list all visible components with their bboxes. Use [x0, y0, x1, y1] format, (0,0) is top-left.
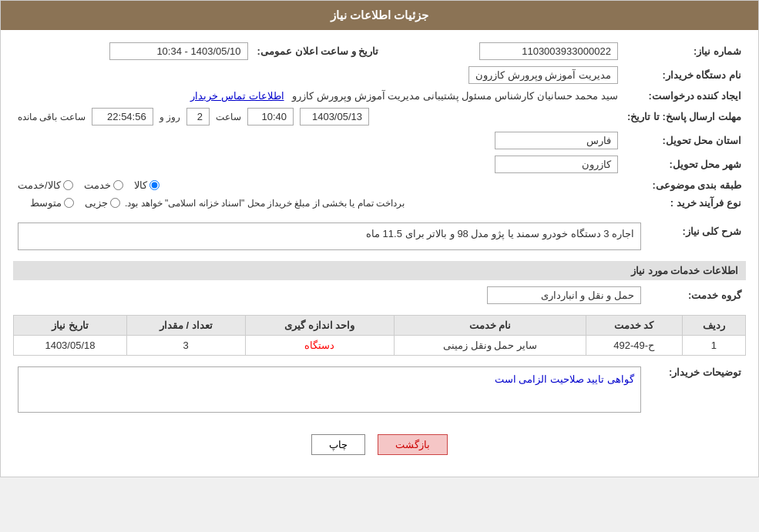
creator-value: سید محمد حسانیان کارشناس مسئول پشتیبانی … [13, 87, 623, 105]
proc-type-value: متوسط جزیی برداخت تمام یا بخشی از مبلغ خ… [13, 194, 623, 212]
deadline-label: مهلت ارسال پاسخ: تا تاریخ: [623, 105, 746, 129]
buyer-desc-label: توضیحات خریدار: [646, 362, 746, 416]
buyer-name-box: مدیریت آموزش وپرورش کازرون [468, 66, 618, 84]
proc-radio-group: متوسط جزیی [30, 197, 120, 209]
row-proc-type: نوع فرآیند خرید : متوسط جزیی [13, 194, 746, 212]
radio-kala-input[interactable] [149, 180, 160, 190]
creator-label: ایجاد کننده درخواست: [623, 87, 746, 105]
remaining-label: ساعت باقی مانده [18, 112, 86, 122]
service-group-row: گروه خدمت: حمل و نقل و انبارداری [13, 283, 746, 307]
info-table: شماره نیاز: 1103003933000022 تاریخ و ساع… [13, 39, 746, 212]
radio-khedmat-input[interactable] [113, 180, 123, 190]
radio-kala-khedmat-label: کالا/خدمت [18, 179, 61, 191]
province-value: فارس [13, 129, 623, 152]
services-title: اطلاعات خدمات مورد نیاز [13, 261, 746, 280]
services-table-head: ردیف کد خدمت نام خدمت واحد اندازه گیری ت… [14, 316, 746, 336]
need-number-box: 1103003933000022 [479, 42, 618, 60]
announce-datetime-box: 1403/05/10 - 10:34 [109, 42, 248, 60]
radio-motavasset-label: متوسط [30, 197, 62, 209]
countdown-row: ساعت باقی مانده 22:54:56 روز و 2 ساعت 10… [18, 108, 618, 125]
province-label: استان محل تحویل: [623, 129, 746, 152]
table-cell: دستگاه [245, 336, 395, 356]
buyer-desc-value: گواهی تایید صلاحیت الزامی است [13, 362, 646, 416]
col-code: کد خدمت [586, 316, 682, 336]
row-city: شهر محل تحویل: کازرون [13, 152, 746, 176]
radio-kala-khedmat[interactable]: کالا/خدمت [18, 179, 73, 191]
row-deadline: مهلت ارسال پاسخ: تا تاریخ: ساعت باقی مان… [13, 105, 746, 129]
city-box: کازرون [495, 156, 618, 173]
need-desc-value: اجاره 3 دستگاه خودرو سمند یا پژو مدل 98 … [13, 219, 646, 253]
table-row: 1ح-49-492سایر حمل ونقل زمینیدستگاه31403/… [14, 336, 746, 356]
table-cell: 1403/05/18 [14, 336, 127, 356]
radio-kala-label: کالا [134, 179, 147, 191]
service-group-box: حمل و نقل و انبارداری [487, 286, 641, 304]
row-creator: ایجاد کننده درخواست: سید محمد حسانیان کا… [13, 87, 746, 105]
services-table-body: 1ح-49-492سایر حمل ونقل زمینیدستگاه31403/… [14, 336, 746, 356]
radio-khedmat[interactable]: خدمت [84, 179, 123, 191]
back-button[interactable]: بازگشت [378, 434, 448, 455]
announce-datetime-label: تاریخ و ساعت اعلان عمومی: [253, 39, 384, 63]
creator-contact-link[interactable]: اطلاعات تماس خریدار [190, 90, 284, 102]
radio-jozee-label: جزیی [85, 197, 108, 209]
radio-khedmat-label: خدمت [84, 179, 111, 191]
days-box: 2 [186, 108, 210, 125]
col-date: تاریخ نیاز [14, 316, 127, 336]
col-name: نام خدمت [395, 316, 586, 336]
content-area: شماره نیاز: 1103003933000022 تاریخ و ساع… [1, 30, 758, 477]
radio-kala[interactable]: کالا [134, 179, 160, 191]
radio-kala-khedmat-input[interactable] [63, 180, 73, 190]
radio-motavasset[interactable]: متوسط [30, 197, 74, 209]
table-cell: 3 [126, 336, 245, 356]
proc-type-label: نوع فرآیند خرید : [623, 194, 746, 212]
table-cell: ح-49-492 [586, 336, 682, 356]
buyer-desc-text: گواهی تایید صلاحیت الزامی است [495, 373, 634, 385]
buyer-desc-box: گواهی تایید صلاحیت الزامی است [18, 366, 641, 413]
time-label: ساعت [216, 112, 241, 122]
proc-type-row: متوسط جزیی برداخت تمام یا بخشی از مبلغ خ… [18, 197, 618, 209]
row-province: استان محل تحویل: فارس [13, 129, 746, 152]
need-number-label: شماره نیاز: [623, 39, 746, 63]
page-wrapper: جزئیات اطلاعات نیاز شماره نیاز: 11030039… [0, 0, 759, 477]
print-button[interactable]: چاپ [311, 434, 365, 455]
radio-jozee[interactable]: جزیی [85, 197, 120, 209]
table-cell: 1 [682, 336, 745, 356]
remaining-box: 22:54:56 [92, 108, 153, 125]
need-desc-row: شرح کلی نیاز: اجاره 3 دستگاه خودرو سمند … [13, 219, 746, 253]
col-qty: تعداد / مقدار [126, 316, 245, 336]
page-title: جزئیات اطلاعات نیاز [1, 1, 758, 30]
announce-datetime-value: 1403/05/10 - 10:34 [13, 39, 253, 63]
city-label: شهر محل تحویل: [623, 152, 746, 176]
need-desc-box: اجاره 3 دستگاه خودرو سمند یا پژو مدل 98 … [18, 223, 641, 250]
button-bar: بازگشت چاپ [13, 423, 746, 467]
service-group-table: گروه خدمت: حمل و نقل و انبارداری [13, 283, 746, 307]
service-group-label: گروه خدمت: [646, 283, 746, 307]
row-buyer-name: نام دستگاه خریدار: مدیریت آموزش وپرورش ک… [13, 63, 746, 87]
services-header-row: ردیف کد خدمت نام خدمت واحد اندازه گیری ت… [14, 316, 746, 336]
buyer-name-label: نام دستگاه خریدار: [623, 63, 746, 87]
buyer-desc-row: توضیحات خریدار: گواهی تایید صلاحیت الزام… [13, 362, 746, 416]
need-desc-label: شرح کلی نیاز: [646, 219, 746, 253]
services-table: ردیف کد خدمت نام خدمت واحد اندازه گیری ت… [13, 315, 746, 356]
province-box: فارس [495, 132, 618, 149]
row-need-number: شماره نیاز: 1103003933000022 تاریخ و ساع… [13, 39, 746, 63]
deadline-value: ساعت باقی مانده 22:54:56 روز و 2 ساعت 10… [13, 105, 623, 129]
need-desc-table: شرح کلی نیاز: اجاره 3 دستگاه خودرو سمند … [13, 219, 746, 253]
category-radio-group: کالا/خدمت خدمت کالا [18, 179, 618, 191]
need-number-value: 1103003933000022 [383, 39, 623, 63]
time-box: 10:40 [247, 108, 294, 125]
buyer-name-value: مدیریت آموزش وپرورش کازرون [13, 63, 623, 87]
proc-note: برداخت تمام یا بخشی از مبلغ خریداز محل "… [125, 198, 405, 209]
category-label: طبقه بندی موضوعی: [623, 176, 746, 194]
table-cell: سایر حمل ونقل زمینی [395, 336, 586, 356]
days-label: روز و [160, 112, 180, 122]
col-row: ردیف [682, 316, 745, 336]
radio-jozee-input[interactable] [110, 198, 120, 208]
creator-text: سید محمد حسانیان کارشناس مسئول پشتیبانی … [292, 90, 618, 102]
row-category: طبقه بندی موضوعی: کالا/خدمت خدمت [13, 176, 746, 194]
radio-motavasset-input[interactable] [64, 198, 74, 208]
col-unit: واحد اندازه گیری [245, 316, 395, 336]
city-value: کازرون [13, 152, 623, 176]
category-value: کالا/خدمت خدمت کالا [13, 176, 623, 194]
buyer-desc-table: توضیحات خریدار: گواهی تایید صلاحیت الزام… [13, 362, 746, 416]
service-group-value: حمل و نقل و انبارداری [13, 283, 646, 307]
